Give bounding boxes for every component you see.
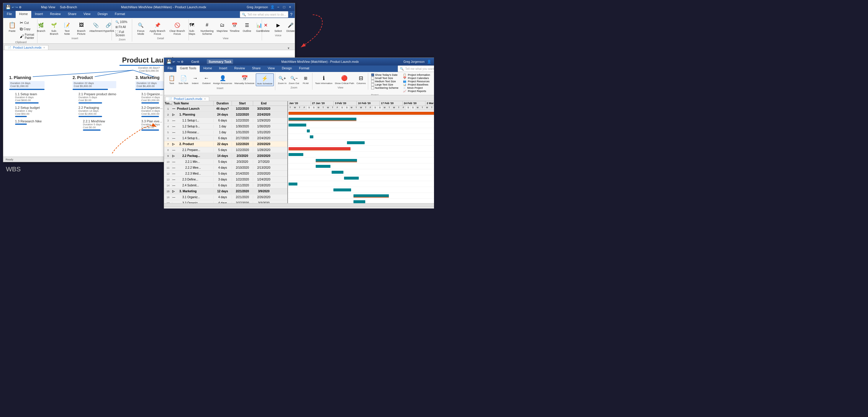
columns-button[interactable]: ⊟ Columns — [355, 73, 367, 86]
manually-schedule-button[interactable]: 📅 Manually Schedule — [234, 73, 255, 86]
gantt-row-4[interactable]: 4 — 1.2 Setup b... 1 day 1/30/2020 1/30/… — [164, 124, 287, 129]
project-calendars-option[interactable]: 📅 Project Calendars — [403, 77, 430, 79]
gantt-tab-view[interactable]: View — [264, 65, 278, 72]
gantt-row-14[interactable]: 14 — 2.4 Submit... 6 days 2/11/2020 2/18… — [164, 183, 287, 188]
mindview-doc-tab[interactable]: 📄 Product Launch.mvdx × — [4, 45, 49, 50]
gantt-row-11[interactable]: 11 — 2.2.2 Mee... 4 days 2/10/2020 2/13/… — [164, 165, 287, 171]
branch-marketing[interactable]: 3. Marketing Duration 12 days Cost $6,40… — [135, 75, 165, 131]
cut-button[interactable]: ✂ Cut — [19, 20, 35, 26]
gantt-title-tab-gantt[interactable]: Gantt — [189, 59, 201, 64]
numbering-scheme-option[interactable]: Numbering Scheme — [371, 87, 399, 89]
gantt-tab-gantt-tools[interactable]: Gantt Tools — [177, 65, 200, 72]
paste-button[interactable]: 📋 Paste — [6, 20, 18, 33]
gantt-row-16[interactable]: 16 — 3.1 Organiz... 4 days 2/21/2020 2/2… — [164, 194, 287, 200]
gantt-row-3[interactable]: 3 — 1.1 Setup t... 6 days 1/22/2020 1/29… — [164, 118, 287, 124]
branch-button[interactable]: 🌿 Branch — [35, 20, 47, 33]
gantt-row-10[interactable]: 10 — 2.2.1 Min... 5 days 2/3/2020 2/7/20… — [164, 159, 287, 165]
full-screen-button[interactable]: ⛶ Full Screen — [114, 30, 130, 37]
show-todays-date-check[interactable]: ✓ — [371, 73, 374, 76]
project-resources-option[interactable]: 👥 Project Resources — [403, 80, 430, 83]
format-painter-button[interactable]: 🖌 Format Painter — [19, 32, 35, 40]
project-baselines-option[interactable]: 📊 Project Baselines — [403, 83, 430, 86]
sub-branch-2-2-1[interactable]: 2.2.1 MindView Duration 5 days Cost $0.0… — [83, 120, 116, 131]
copy-button[interactable]: ⧉ Copy — [19, 26, 35, 32]
gantt-row-15[interactable]: 15 ▷ 3. Marketing 12 days 2/21/2020 3/9/… — [164, 188, 287, 194]
maximize-button[interactable]: □ — [282, 5, 286, 9]
gantt-fit-all-button[interactable]: ⊞ Fit All — [300, 73, 311, 86]
gantt-row-17[interactable]: 17 — 3.2 Organiz... 4 days 2/27/2020 3/3… — [164, 200, 287, 203]
ribbon-tab-design[interactable]: Design — [94, 11, 111, 18]
mapview-button[interactable]: 🗂 MapView — [216, 20, 228, 33]
gantt-tab-insert[interactable]: Insert — [216, 65, 231, 72]
gantt-tab-share[interactable]: Share — [248, 65, 264, 72]
gantt-doc-tab-close[interactable]: × — [204, 97, 206, 101]
gantt-tab-review[interactable]: Review — [231, 65, 248, 72]
ribbon-tab-insert[interactable]: Insert — [31, 11, 46, 18]
sub-branch-2-2[interactable]: 2.2 Packaging Duration 14 days Cost $2,8… — [79, 106, 116, 117]
assign-resources-button[interactable]: 👤 Assign Resources — [212, 73, 233, 86]
sub-branch-button[interactable]: 🌱 Sub-Branch — [48, 20, 60, 36]
minimize-button[interactable]: − — [276, 5, 281, 9]
gantt-row-12[interactable]: 12 — 2.2.3 Med... 5 days 2/14/2020 2/20/… — [164, 171, 287, 177]
clear-branch-focus-button[interactable]: 🚫 Clear Branch Focus — [167, 20, 187, 36]
gantt-tab-file[interactable]: File — [164, 65, 177, 72]
gantt-doc-tab[interactable]: 📄 Product Launch.mvdx × — [165, 97, 209, 101]
ribbon-tab-review[interactable]: Review — [46, 11, 64, 18]
dictate-button[interactable]: 🎤 Dictate — [285, 20, 297, 33]
small-text-check[interactable] — [371, 77, 374, 79]
ribbon-tab-view[interactable]: View — [80, 11, 94, 18]
tab-sub-branch[interactable]: Sub-Branch — [60, 5, 77, 9]
large-text-option[interactable]: Large Text Size — [371, 83, 399, 86]
sub-maps-button[interactable]: 🗺 Sub-Maps — [186, 20, 198, 36]
gantt-row-7[interactable]: 7 ▷ 2. Product 22 days 1/22/2020 2/20/20… — [164, 141, 287, 147]
gantt-row-8[interactable]: 8 — 2.1 Prepare... 5 days 1/22/2020 1/28… — [164, 147, 287, 153]
gantt-tab-home[interactable]: Home — [200, 65, 215, 72]
zoom-in-button[interactable]: 🔍+ Zoom In — [277, 73, 288, 86]
ribbon-tab-share[interactable]: Share — [64, 11, 80, 18]
gantt-row-9[interactable]: 9 ▷ 2.2 Packag... 14 days 2/3/2020 2/20/… — [164, 153, 287, 159]
timeline-button[interactable]: 📅 Timeline — [229, 20, 241, 33]
move-project-option[interactable]: ↔ Move Project — [403, 87, 430, 89]
sub-task-button[interactable]: 📄 Sub-Task — [178, 73, 189, 86]
show-todays-date-option[interactable]: ✓ Show Today's Date — [371, 73, 399, 76]
gantt-title-tab-summary[interactable]: Summary Task — [207, 59, 233, 64]
project-reports-option[interactable]: 📈 Project Reports — [403, 90, 430, 93]
branch-planning[interactable]: 1. Planning Duration 24 days Cost $1,090… — [9, 75, 44, 125]
zoom-100-button[interactable]: 🔍 100% — [114, 20, 130, 24]
medium-text-check[interactable] — [371, 80, 374, 83]
ribbon-tab-format[interactable]: Format — [111, 11, 129, 18]
gantt-scrollbar[interactable] — [164, 203, 434, 207]
numbering-scheme-check[interactable] — [371, 87, 374, 89]
sub-branch-3-3[interactable]: 3.3 Plan eve... Duration 4 days Cost $0.… — [141, 120, 165, 131]
delete-button[interactable]: ✕ Delete — [260, 20, 272, 33]
task-button[interactable]: 📋 Task — [166, 73, 177, 86]
show-critical-path-button[interactable]: 🔴 Show Critical Path — [334, 73, 355, 86]
sub-branch-1-3[interactable]: 1.3 Research Nike — [15, 120, 44, 125]
task-information-button[interactable]: ℹ Task Information — [314, 73, 333, 86]
title-bar-controls[interactable]: − □ × — [276, 5, 292, 9]
small-text-option[interactable]: Small Text Size — [371, 77, 399, 79]
outline-button[interactable]: ☰ Outline — [241, 20, 253, 33]
gantt-row-5[interactable]: 5 — 1.3 Resear... 1 day 1/31/2020 1/31/2… — [164, 129, 287, 135]
gantt-chart-area[interactable]: Jan '20 27 Jan '20 3 Feb '20 10 Feb '20 … — [288, 101, 434, 203]
sub-branch-3-1[interactable]: 3.1 Organize... Duration 4 days Cost $3,… — [141, 92, 165, 103]
gantt-minimize-button[interactable]: − — [434, 59, 434, 64]
gantt-row-1[interactable]: 1 — Product Launch 46 days? 1/22/2020 3/… — [164, 106, 287, 112]
apply-branch-focus-button[interactable]: 📌 Apply Branch Focus — [148, 20, 167, 36]
ribbon-tab-home[interactable]: Home — [16, 11, 31, 18]
branch-product[interactable]: 2. Product Duration 22 days Cost $5,800.… — [72, 75, 116, 131]
zoom-slider[interactable] — [179, 208, 203, 209]
zoom-out-button[interactable]: 🔍− Zoom Out — [288, 73, 300, 86]
gantt-row-6[interactable]: 6 — 1.4 Setup ti... 6 days 2/17/2020 2/2… — [164, 135, 287, 141]
medium-text-option[interactable]: Medium Text Size — [371, 80, 399, 83]
large-text-check[interactable] — [371, 83, 374, 86]
numbering-scheme-button[interactable]: # Numbering Scheme — [198, 20, 216, 36]
ribbon-tab-file[interactable]: File — [3, 11, 16, 18]
focus-mode-button[interactable]: 🔍 Focus Mode — [134, 20, 147, 36]
sub-branch-3-2[interactable]: 3.2 Organize... Duration 4 days Cost $1,… — [141, 106, 165, 117]
gantt-row-2[interactable]: 2 ▷ 1. Planning 24 days 1/22/2020 2/24/2… — [164, 112, 287, 118]
help-button[interactable]: ? — [290, 12, 292, 17]
sub-branch-1-1[interactable]: 1.1 Setup team Duration 6 days Cost $600… — [15, 92, 44, 103]
scroll-right-icon[interactable]: ▼ — [287, 46, 290, 50]
select-button[interactable]: ▶ Select — [272, 20, 284, 33]
